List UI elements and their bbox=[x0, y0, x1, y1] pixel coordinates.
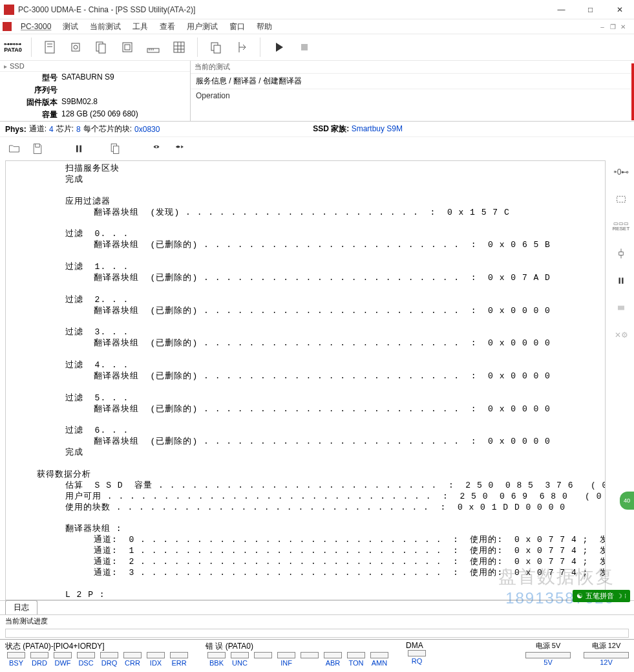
svg-rect-28 bbox=[622, 277, 623, 283]
menu-window[interactable]: 窗口 bbox=[224, 20, 250, 34]
svg-rect-21 bbox=[76, 146, 78, 153]
red-indicator-bar bbox=[631, 63, 634, 120]
led-rq: RQ bbox=[406, 650, 428, 665]
copy-icon[interactable] bbox=[206, 37, 226, 58]
log-toolbar bbox=[0, 137, 634, 160]
menu-help[interactable]: 帮助 bbox=[251, 20, 277, 34]
mdi-minimize[interactable]: – bbox=[598, 22, 607, 31]
svg-rect-26 bbox=[617, 196, 626, 202]
led-blank bbox=[299, 652, 321, 667]
operation-label: Operation bbox=[191, 89, 634, 114]
mdi-close[interactable]: ✕ bbox=[618, 22, 628, 31]
svg-rect-7 bbox=[123, 43, 132, 52]
document-icon[interactable] bbox=[39, 37, 60, 58]
exit-icon[interactable] bbox=[231, 37, 252, 58]
copy-log-icon[interactable] bbox=[106, 140, 124, 158]
menu-view[interactable]: 查看 bbox=[154, 20, 180, 34]
current-test-header: 当前的测试 bbox=[191, 61, 634, 74]
mdi-restore[interactable]: ❐ bbox=[608, 22, 617, 31]
play-button[interactable] bbox=[268, 37, 289, 58]
progress-label: 当前测试进度 bbox=[0, 614, 634, 627]
open-icon[interactable] bbox=[5, 140, 23, 158]
status-bar: 状态 (PATA0)-[PIO4+IORDY] BSYDRDDWFDSCDRQC… bbox=[0, 639, 634, 667]
minimize-button[interactable]: — bbox=[547, 0, 576, 19]
ime-indicator[interactable]: ☯五笔拼音☽ ⁝ bbox=[573, 590, 630, 602]
status-section-label: 状态 (PATA0)-[PIO4+IORDY] bbox=[5, 641, 180, 652]
processor-icon[interactable] bbox=[613, 300, 629, 316]
connector-icon[interactable] bbox=[613, 246, 629, 261]
app-icon bbox=[4, 5, 14, 15]
led-abr: ABR bbox=[322, 652, 344, 667]
svg-rect-20 bbox=[301, 44, 308, 50]
menu-test[interactable]: 测试 bbox=[58, 20, 83, 34]
save-icon[interactable] bbox=[28, 140, 47, 158]
ssd-panel-header[interactable]: ▸SSD bbox=[0, 61, 190, 72]
led-drd: DRD bbox=[28, 652, 50, 667]
svg-rect-13 bbox=[174, 42, 184, 52]
svg-rect-24 bbox=[114, 146, 119, 154]
fw-label: 固件版本 bbox=[0, 97, 61, 108]
dma-leds: RQ bbox=[406, 650, 458, 665]
pause-icon[interactable] bbox=[70, 140, 88, 158]
svg-rect-22 bbox=[79, 146, 81, 153]
find-next-icon[interactable] bbox=[171, 140, 189, 158]
led-bsy: BSY bbox=[5, 652, 27, 667]
module-icon[interactable] bbox=[117, 37, 138, 58]
chip-tool-icon[interactable] bbox=[613, 191, 629, 207]
led-crr: CRR bbox=[122, 652, 143, 667]
maximize-button[interactable]: □ bbox=[576, 0, 605, 19]
side-toolbar: ⁍0⊷ ▭▭▭RESET ✕⚙ bbox=[608, 160, 634, 600]
led-unc: UNC bbox=[229, 652, 251, 667]
settings-icon[interactable]: ✕⚙ bbox=[613, 327, 629, 343]
menu-pc3000[interactable]: PC-3000 bbox=[16, 21, 56, 32]
error-section-label: 错 误 (PATA0) bbox=[206, 641, 380, 652]
svg-rect-8 bbox=[125, 45, 130, 50]
led-idx: IDX bbox=[145, 652, 167, 667]
model-value: SATABURN S9 bbox=[61, 72, 190, 83]
log-pane[interactable]: 扫描服务区块 完成 应用过滤器 翻译器块组 (发现) . . . . . . .… bbox=[5, 160, 606, 600]
menu-user-test[interactable]: 用户测试 bbox=[182, 20, 223, 34]
titlebar: PC-3000 UDMA-E - China - [PS SSD Utility… bbox=[0, 0, 634, 19]
power-5v: 电源 5V 5V bbox=[525, 641, 571, 667]
breadcrumb: 服务信息 / 翻译器 / 创建翻译器 bbox=[191, 74, 634, 89]
tab-bar: 日志 bbox=[0, 600, 634, 614]
svg-rect-29 bbox=[618, 306, 624, 310]
phys-info-line: Phys: 通道:4 芯片:8 每个芯片的块:0x0830 SSD 家族: Sm… bbox=[0, 122, 634, 137]
window-title: PC-3000 UDMA-E - China - [PS SSD Utility… bbox=[18, 5, 547, 14]
stop-button[interactable] bbox=[294, 37, 315, 58]
led-blank bbox=[252, 652, 274, 667]
main-area: 扫描服务区块 完成 应用过滤器 翻译器块组 (发现) . . . . . . .… bbox=[0, 160, 634, 600]
progress-bar bbox=[5, 629, 629, 638]
led-amn: AMN bbox=[368, 652, 390, 667]
svg-point-25 bbox=[156, 146, 158, 148]
svg-rect-3 bbox=[72, 43, 79, 51]
close-button[interactable]: ✕ bbox=[605, 0, 634, 19]
error-leds: BBKUNCINFABRTONAMN bbox=[206, 652, 406, 667]
power-12v: 电源 12V 12V bbox=[584, 641, 629, 667]
model-label: 型号 bbox=[0, 72, 61, 83]
grid-icon[interactable] bbox=[169, 37, 189, 58]
led-inf: INF bbox=[275, 652, 297, 667]
led-bbk: BBK bbox=[206, 652, 227, 667]
green-badge[interactable]: 40 bbox=[620, 492, 634, 510]
capacity-value: 128 GB (250 069 680) bbox=[61, 109, 190, 120]
chip-icon[interactable] bbox=[65, 37, 86, 58]
pages-icon[interactable] bbox=[91, 37, 112, 58]
pause-side-icon[interactable] bbox=[613, 273, 629, 288]
reset-icon[interactable]: ▭▭▭RESET bbox=[613, 219, 629, 234]
menu-current-test[interactable]: 当前测试 bbox=[85, 20, 126, 34]
tab-log[interactable]: 日志 bbox=[5, 600, 37, 614]
find-icon[interactable] bbox=[147, 140, 165, 158]
info-panel: ▸SSD 型号SATABURN S9 序列号 固件版本S9BM02.8 容量12… bbox=[0, 61, 634, 122]
power-icon[interactable]: ⁍0⊷ bbox=[613, 164, 629, 180]
pata-port-button[interactable]: ⊶⊷⊶PATA0 bbox=[3, 37, 23, 58]
menu-tools[interactable]: 工具 bbox=[127, 20, 153, 34]
svg-rect-27 bbox=[619, 277, 620, 283]
app-icon-small bbox=[3, 22, 12, 31]
svg-rect-0 bbox=[45, 41, 54, 53]
svg-point-4 bbox=[74, 45, 78, 49]
ruler-icon[interactable] bbox=[143, 37, 164, 58]
led-ton: TON bbox=[345, 652, 367, 667]
capacity-label: 容量 bbox=[0, 109, 61, 120]
svg-rect-19 bbox=[214, 45, 220, 53]
